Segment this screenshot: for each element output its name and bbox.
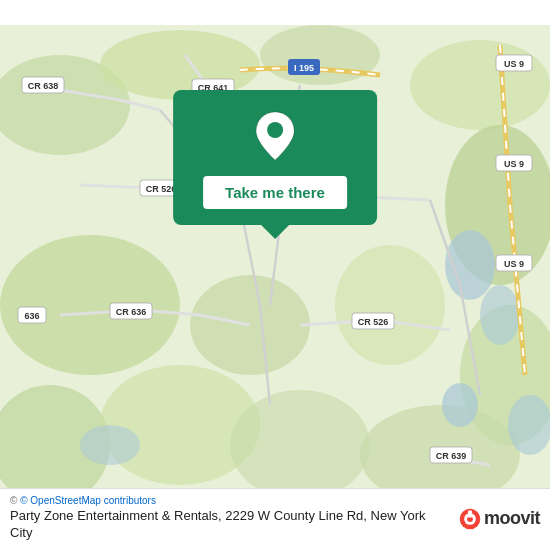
svg-text:CR 636: CR 636: [116, 307, 147, 317]
svg-point-3: [260, 25, 380, 85]
moovit-logo[interactable]: moovit: [459, 508, 540, 530]
svg-text:US 9: US 9: [504, 59, 524, 69]
svg-text:I 195: I 195: [294, 63, 314, 73]
map-pin-icon: [253, 110, 297, 162]
svg-text:CR 639: CR 639: [436, 451, 467, 461]
svg-text:US 9: US 9: [504, 159, 524, 169]
svg-text:US 9: US 9: [504, 259, 524, 269]
svg-text:636: 636: [24, 311, 39, 321]
svg-point-17: [508, 395, 550, 455]
map-background: CR 638 I 195 CR 641 US 9 US 9 US 9 CR 52…: [0, 0, 550, 550]
moovit-icon: [459, 508, 481, 530]
map-container: CR 638 I 195 CR 641 US 9 US 9 US 9 CR 52…: [0, 0, 550, 550]
svg-text:CR 526: CR 526: [358, 317, 389, 327]
map-attribution: © © OpenStreetMap contributors: [10, 495, 449, 506]
bottom-bar: © © OpenStreetMap contributors Party Zon…: [0, 488, 550, 550]
location-description: Party Zone Entertainment & Rentals, 2229…: [10, 508, 449, 542]
svg-point-45: [468, 510, 472, 514]
svg-point-15: [480, 285, 520, 345]
svg-point-18: [80, 425, 140, 465]
svg-point-41: [267, 122, 283, 138]
take-me-there-button[interactable]: Take me there: [203, 176, 347, 209]
moovit-brand-text: moovit: [484, 508, 540, 529]
bottom-left-content: © © OpenStreetMap contributors Party Zon…: [10, 495, 449, 542]
svg-point-11: [230, 390, 370, 500]
svg-text:CR 526: CR 526: [146, 184, 177, 194]
svg-point-16: [442, 383, 478, 427]
svg-point-8: [0, 235, 180, 375]
svg-text:CR 638: CR 638: [28, 81, 59, 91]
openstreetmap-link[interactable]: © OpenStreetMap contributors: [20, 495, 156, 506]
svg-point-13: [335, 245, 445, 365]
svg-point-4: [410, 40, 550, 130]
location-popup: Take me there: [173, 90, 377, 225]
